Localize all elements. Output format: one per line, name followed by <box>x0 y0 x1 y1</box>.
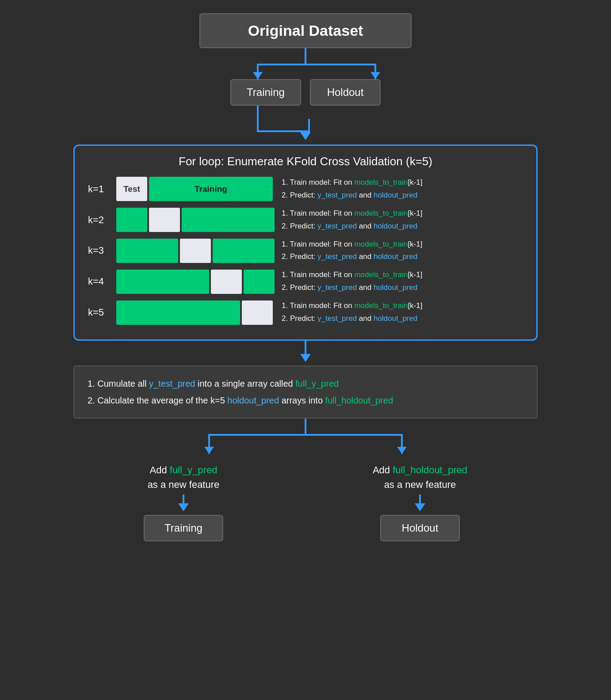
k5-instructions: 1. Train model: Fit on models_to_train[k… <box>282 300 523 325</box>
k3-instructions: 1. Train model: Fit on models_to_train[k… <box>282 238 523 264</box>
k3-code3: holdout_pred <box>374 252 417 261</box>
summary-code-full-holdout: full_holdout_pred <box>325 396 393 405</box>
k3-label: k=3 <box>88 245 110 256</box>
k1-label: k=1 <box>88 183 110 195</box>
top-split-connector <box>199 48 412 79</box>
loop-to-summary-arrow <box>300 341 311 362</box>
summary-line2: 2. Calculate the average of the k=5 hold… <box>88 392 523 409</box>
k1-vis: Test Training <box>116 177 275 201</box>
k4-label: k=4 <box>88 276 110 287</box>
k4-code1: models_to_train <box>354 270 408 279</box>
sum-horizontal <box>208 434 403 436</box>
kfold-row-2: k=2 1. Train model: Fit on models_to_tra… <box>88 207 523 233</box>
kfold-row-3: k=3 1. Train model: Fit on models_to_tra… <box>88 238 523 264</box>
k1-code3: holdout_pred <box>374 191 417 199</box>
k2-code1: models_to_train <box>354 209 408 217</box>
bottom-left-label-suffix: as a new feature <box>148 479 220 490</box>
bottom-training-box: Training <box>144 515 223 541</box>
summary-line1: 1. Cumulate all y_test_pred into a singl… <box>88 375 523 392</box>
summary-code-y-test: y_test_pred <box>149 379 195 388</box>
k4-train1 <box>116 270 209 294</box>
holdout-box: Holdout <box>310 79 381 106</box>
k3-test <box>180 239 211 263</box>
bottom-right-label: Add full_holdout_pred as a new feature <box>373 463 467 492</box>
k4-vis <box>116 270 275 294</box>
sum-arrow-right <box>397 447 407 454</box>
train-to-loop-connector <box>199 106 412 132</box>
train-center-vertical <box>308 119 310 132</box>
bottom-left-stem <box>183 495 184 503</box>
k2-train1 <box>116 208 147 232</box>
k1-test: Test <box>116 177 147 201</box>
k1-code2: y_test_pred <box>317 191 357 199</box>
loop-container: For loop: Enumerate KFold Cross Validati… <box>73 145 538 341</box>
bottom-left-arrow <box>178 495 189 511</box>
loop-title: For loop: Enumerate KFold Cross Validati… <box>88 155 523 168</box>
kfold-row-5: k=5 1. Train model: Fit on models_to_tra… <box>88 300 523 325</box>
k3-train1 <box>116 239 178 263</box>
k2-label: k=2 <box>88 214 110 226</box>
split-arrow-left <box>253 72 263 79</box>
bottom-right-arrow <box>415 495 425 511</box>
original-dataset-title: Original Dataset <box>248 22 363 39</box>
training-box: Training <box>230 79 301 106</box>
k2-test <box>149 208 180 232</box>
train-bottom-horizontal <box>257 130 310 132</box>
k3-code2: y_test_pred <box>317 252 357 261</box>
bottom-holdout-box: Holdout <box>380 515 460 541</box>
k4-instructions: 1. Train model: Fit on models_to_train[k… <box>282 269 523 294</box>
original-dataset-box: Original Dataset <box>199 13 412 48</box>
summary-box: 1. Cumulate all y_test_pred into a singl… <box>73 365 538 418</box>
arrow-into-loop <box>300 132 311 140</box>
k3-train2 <box>213 239 275 263</box>
train-left-vertical <box>257 106 259 132</box>
k5-test <box>242 301 273 325</box>
full-y-pred-label: full_y_pred <box>170 464 218 476</box>
k2-train2 <box>182 208 275 232</box>
bottom-left-col: Add full_y_pred as a new feature Trainin… <box>144 463 223 541</box>
kfold-row-1: k=1 Test Training 1. Train model: Fit on… <box>88 176 523 202</box>
k5-code2: y_test_pred <box>317 314 357 323</box>
k3-code1: models_to_train <box>354 240 408 248</box>
bottom-right-col: Add full_holdout_pred as a new feature H… <box>373 463 467 541</box>
bottom-right-stem <box>419 495 421 503</box>
k4-code2: y_test_pred <box>317 283 357 292</box>
sum-arrow-left <box>204 447 214 454</box>
bottom-right-label-suffix: as a new feature <box>384 479 456 490</box>
bottom-section: Add full_y_pred as a new feature Trainin… <box>73 463 538 541</box>
loop-summary-arrowhead <box>300 354 311 362</box>
k1-code1: models_to_train <box>354 178 408 186</box>
k2-instructions: 1. Train model: Fit on models_to_train[k… <box>282 207 523 233</box>
k1-train: Training <box>149 177 273 201</box>
k3-vis <box>116 239 275 263</box>
split-horizontal <box>257 64 376 65</box>
bottom-right-arrowhead <box>415 503 425 511</box>
bottom-left-label: Add full_y_pred as a new feature <box>148 463 220 492</box>
sum-top-vertical <box>305 418 306 434</box>
split-stem <box>305 48 306 64</box>
k2-code2: y_test_pred <box>317 222 357 230</box>
k4-train2 <box>244 270 275 294</box>
summary-code-holdout: holdout_pred <box>227 396 279 405</box>
split-boxes: Training Holdout <box>230 79 381 106</box>
k2-code3: holdout_pred <box>374 222 417 230</box>
arrow-head-into-loop <box>300 132 311 140</box>
main-diagram: Original Dataset Training Holdout For lo… <box>73 13 538 541</box>
k5-label: k=5 <box>88 307 110 318</box>
k4-code3: holdout_pred <box>374 283 417 292</box>
full-holdout-pred-label: full_holdout_pred <box>393 464 467 476</box>
summary-code-full-y: full_y_pred <box>295 379 339 388</box>
kfold-row-4: k=4 1. Train model: Fit on models_to_tra… <box>88 269 523 294</box>
summary-split-connector <box>151 418 460 454</box>
k5-vis <box>116 301 275 325</box>
k1-instructions: 1. Train model: Fit on models_to_train[k… <box>282 176 523 202</box>
k5-train1 <box>116 301 240 325</box>
k5-code1: models_to_train <box>354 301 408 310</box>
loop-summary-stem <box>305 341 306 354</box>
bottom-left-arrowhead <box>178 503 189 511</box>
k4-test <box>211 270 242 294</box>
split-arrow-right <box>370 72 380 79</box>
k5-code3: holdout_pred <box>374 314 417 323</box>
k2-vis <box>116 208 275 232</box>
